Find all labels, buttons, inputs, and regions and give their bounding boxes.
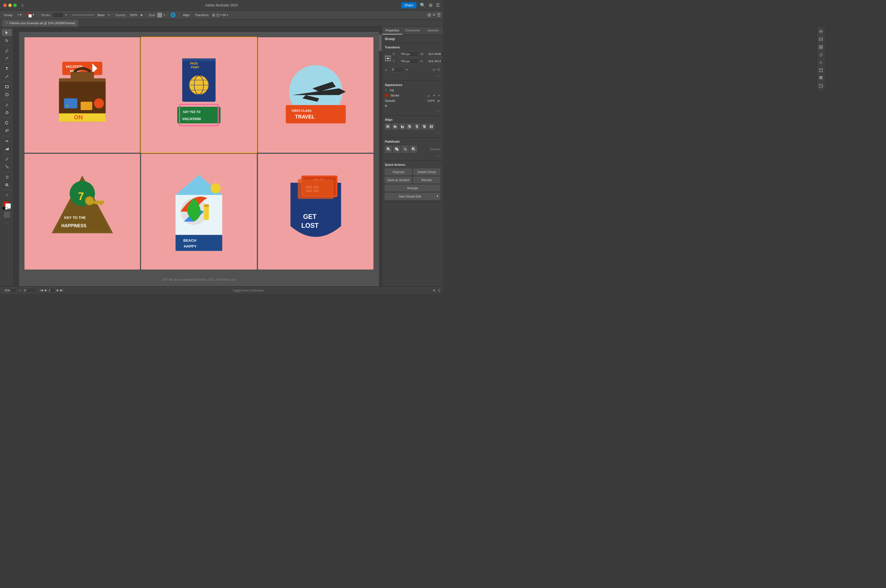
pf-btn-1[interactable] — [385, 146, 392, 153]
scrollbar-track[interactable] — [379, 32, 382, 286]
fill-stroke-swatch[interactable]: ▾ — [25, 12, 36, 18]
stroke-input[interactable] — [53, 12, 64, 18]
pencil-tool[interactable] — [2, 55, 12, 62]
envelope-arrow[interactable]: ▾ — [227, 14, 228, 16]
align-btn-3[interactable] — [399, 123, 405, 130]
next-page-btn[interactable]: ▶ — [57, 288, 59, 292]
recolor-button[interactable]: Recolor — [413, 177, 440, 183]
transform-reference-grid[interactable] — [385, 51, 391, 66]
pf-btn-2[interactable] — [393, 146, 400, 153]
page-input[interactable] — [47, 288, 56, 293]
play-btn[interactable]: ▶ — [433, 288, 435, 292]
last-page-btn[interactable]: ▶| — [60, 288, 63, 292]
basic-label[interactable]: Basic — [96, 13, 107, 17]
zoom-arrow[interactable]: ▾ — [19, 289, 20, 292]
artboard-vacation-mode[interactable]: VACATION MODE: — [24, 37, 140, 153]
opacity-chevron[interactable]: ▶ — [438, 99, 440, 103]
share-button[interactable]: Share — [401, 2, 417, 8]
opacity-arrow[interactable]: ▶ — [141, 14, 143, 16]
save-as-symbol-button[interactable]: Save as Symbol — [385, 177, 412, 183]
warp-tool[interactable] — [2, 137, 12, 145]
type-tool[interactable]: T — [2, 65, 12, 72]
transform-icon-1[interactable]: ⊞ — [212, 13, 215, 17]
artboard-beach-happy[interactable]: BEACH HAPPY — [141, 154, 257, 269]
artboard-passport[interactable]: PASS PORT SAY YES TO VACATION — [141, 37, 257, 153]
direct-select-tool[interactable] — [2, 37, 12, 44]
align-btn-4[interactable] — [407, 123, 413, 130]
more-options-icon[interactable]: ☰ — [437, 12, 441, 18]
opacity-value[interactable]: 100% — [128, 13, 139, 17]
pathfinder-more[interactable]: ··· — [385, 154, 440, 158]
start-global-edit-arrow[interactable]: ▾ — [435, 193, 440, 200]
zoom-input[interactable] — [3, 288, 17, 293]
artboard-get-lost[interactable]: ✕ ABC 123 ▓▓▓▓▓ ▓▓▓▓ ▓▓▓▓▓ ▓▓▓▓ GET LOST — [258, 154, 374, 269]
align-btn-6[interactable] — [421, 123, 427, 130]
align-btn-1[interactable] — [385, 123, 391, 130]
scrollbar-thumb[interactable] — [379, 34, 382, 51]
graph-tool[interactable] — [2, 145, 12, 152]
maximize-button[interactable] — [14, 4, 17, 7]
eyedropper-tool[interactable] — [2, 156, 12, 163]
h-input[interactable] — [426, 58, 443, 64]
globe-icon[interactable]: 🌐 — [170, 12, 176, 18]
brush-tool[interactable] — [2, 101, 12, 108]
expand-button[interactable]: Expand — [430, 147, 440, 151]
windows-icon[interactable]: ⊞ — [429, 3, 432, 8]
nav-arrow[interactable]: ❮ — [438, 288, 440, 292]
pen-tool[interactable] — [2, 47, 12, 54]
w-input[interactable] — [426, 51, 443, 57]
style-swatch[interactable] — [158, 13, 162, 17]
appearance-more[interactable]: ··· — [385, 109, 440, 113]
start-global-edit-button[interactable]: Start Global Edit — [385, 193, 435, 200]
rotation-input[interactable] — [23, 288, 36, 293]
properties-tab[interactable]: Properties — [382, 27, 402, 34]
transform-icon-2[interactable]: ⊡ — [216, 13, 219, 17]
list-view-icon[interactable]: ≡ — [433, 12, 435, 18]
close-button[interactable] — [3, 4, 7, 7]
transform-label[interactable]: Transform — [193, 13, 210, 17]
transform-more[interactable]: ··· — [385, 74, 440, 78]
ellipse-tool[interactable] — [2, 91, 12, 98]
measure-tool[interactable] — [2, 163, 12, 171]
canvas-scroll-area[interactable]: VACATION MODE: — [19, 32, 379, 286]
rect-tool[interactable] — [2, 83, 12, 90]
question-tool[interactable]: ? ▾ — [16, 12, 23, 17]
rotate-tool[interactable] — [2, 119, 12, 126]
color-swatches[interactable] — [2, 200, 12, 210]
x-input[interactable] — [399, 51, 419, 57]
fx-row[interactable]: fx — [385, 104, 440, 107]
align-btn-5[interactable] — [414, 123, 420, 130]
basic-arrow[interactable]: ▾ — [108, 14, 110, 16]
blob-brush-tool[interactable] — [2, 109, 12, 116]
prev-page-btn[interactable]: ◀ — [44, 288, 46, 292]
select-tool[interactable] — [2, 29, 12, 36]
flip-h-icon[interactable]: ⇄ — [432, 67, 436, 72]
envelope-icon[interactable]: ✉ — [222, 13, 226, 17]
more-tools[interactable]: ··· — [2, 219, 12, 226]
isolate-group-button[interactable]: Isolate Group — [413, 168, 440, 175]
libraries-tab[interactable]: Libraries — [423, 27, 443, 34]
align-btn-7[interactable] — [428, 123, 434, 130]
zoom-tool[interactable] — [2, 182, 12, 189]
align-more[interactable]: ··· — [385, 131, 440, 135]
angle-arrow[interactable]: ▾ — [406, 68, 408, 71]
grid-view-icon[interactable]: ⊞ — [427, 12, 431, 18]
question-tool-side[interactable]: ? — [2, 192, 12, 199]
comments-tab[interactable]: Comments — [402, 27, 423, 34]
sidebar-toggle-icon[interactable]: ☰ — [436, 3, 440, 8]
stroke-down-btn[interactable]: ▼ — [432, 94, 436, 97]
artboard-key-happiness[interactable]: 7 KEY TO THE HAPPINESS — [24, 154, 140, 269]
stroke-arrow[interactable]: ▾ — [65, 14, 67, 16]
ungroup-button[interactable]: Ungroup — [385, 168, 412, 175]
align-btn-2[interactable] — [392, 123, 398, 130]
pf-btn-3[interactable] — [401, 146, 409, 153]
document-tab[interactable]: ✕ FileInfo.com Example.ait @ 15% (RGB/Pr… — [2, 20, 79, 27]
home-icon[interactable]: ⌂ — [21, 3, 24, 8]
flip-v-icon[interactable]: ⇅ — [437, 67, 440, 72]
style-arrow[interactable]: ▾ — [164, 14, 165, 16]
stroke-up-btn[interactable]: ▲ — [426, 94, 431, 97]
artboard-first-class[interactable]: FIRST-CLASS TRAVEL — [258, 37, 374, 153]
align-label[interactable]: Align — [181, 13, 191, 17]
pf-btn-4[interactable] — [410, 146, 417, 153]
transform-arrow[interactable]: ▾ — [221, 14, 222, 16]
